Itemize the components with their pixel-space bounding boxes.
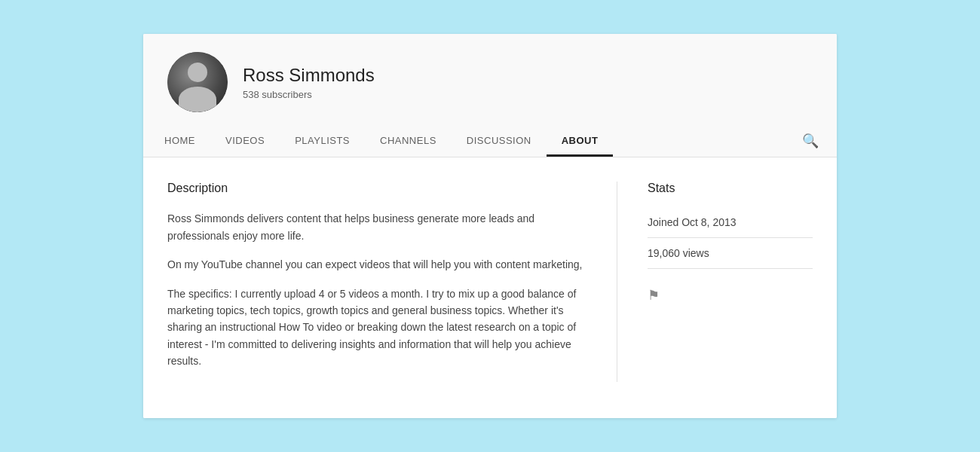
description-paragraph-1: Ross Simmonds delivers content that help… (167, 210, 586, 244)
channel-name: Ross Simmonds (243, 65, 375, 86)
avatar (167, 52, 228, 112)
search-button[interactable]: 🔍 (790, 125, 831, 157)
tab-home[interactable]: HOME (149, 124, 210, 157)
stats-column: Stats Joined Oct 8, 2013 19,060 views ⚑ (617, 182, 813, 381)
flag-icon: ⚑ (648, 278, 660, 313)
stat-joined: Joined Oct 8, 2013 (648, 207, 813, 238)
tab-videos[interactable]: VIDEOS (210, 124, 280, 157)
tab-playlists[interactable]: PLAYLISTS (280, 124, 365, 157)
channel-info: Ross Simmonds 538 subscribers (243, 65, 375, 100)
description-title: Description (167, 182, 586, 195)
search-icon: 🔍 (802, 133, 819, 149)
stats-title: Stats (648, 182, 813, 195)
tab-channels[interactable]: CHANNELS (365, 124, 452, 157)
stat-views: 19,060 views (648, 238, 813, 269)
description-column: Description Ross Simmonds delivers conte… (167, 182, 617, 381)
description-paragraph-3: The specifics: I currently upload 4 or 5… (167, 286, 586, 370)
tab-discussion[interactable]: DISCUSSION (452, 124, 547, 157)
channel-header: Ross Simmonds 538 subscribers (143, 34, 837, 112)
description-paragraph-2: On my YouTube channel you can expect vid… (167, 256, 586, 273)
avatar-image (167, 52, 228, 112)
tab-about[interactable]: ABOUT (547, 124, 614, 157)
stat-flag[interactable]: ⚑ (648, 269, 813, 322)
nav-tabs: HOME VIDEOS PLAYLISTS CHANNELS DISCUSSIO… (143, 124, 837, 157)
channel-card: Ross Simmonds 538 subscribers HOME VIDEO… (143, 34, 837, 417)
content-area: Description Ross Simmonds delivers conte… (143, 157, 837, 417)
subscriber-count: 538 subscribers (243, 89, 375, 100)
